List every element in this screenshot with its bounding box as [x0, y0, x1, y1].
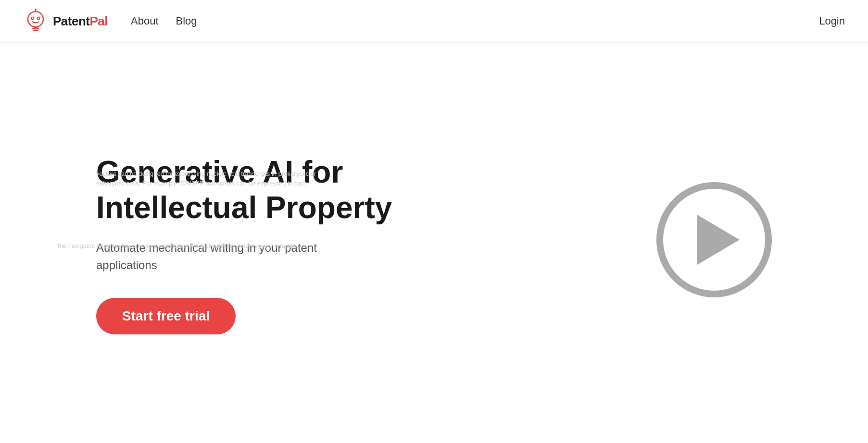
header-left: PatentPal About Blog: [23, 9, 197, 34]
svg-point-4: [38, 17, 39, 19]
main-nav: About Blog: [131, 15, 197, 27]
nav-about[interactable]: About: [131, 15, 159, 27]
site-header: PatentPal About Blog Login: [0, 0, 868, 43]
start-free-trial-button[interactable]: Start free trial: [96, 298, 236, 334]
hero-subtitle: Automate mechanical writing in your pate…: [96, 239, 365, 274]
hero-video: [656, 182, 772, 297]
svg-point-0: [28, 12, 43, 27]
hero-content: vectors can be designed for expressing n…: [96, 145, 423, 334]
logo[interactable]: PatentPal: [23, 9, 108, 34]
play-triangle-icon: [697, 215, 740, 265]
svg-point-6: [35, 9, 37, 11]
play-button[interactable]: [656, 182, 772, 297]
logo-icon: [23, 9, 48, 34]
nav-blog[interactable]: Blog: [176, 15, 197, 27]
hero-section: vectors can be designed for expressing n…: [0, 43, 868, 437]
hero-title: Generative AI for Intellectual Property: [96, 155, 423, 225]
login-link[interactable]: Login: [819, 15, 845, 27]
svg-point-3: [32, 17, 34, 19]
logo-text: PatentPal: [53, 14, 108, 29]
